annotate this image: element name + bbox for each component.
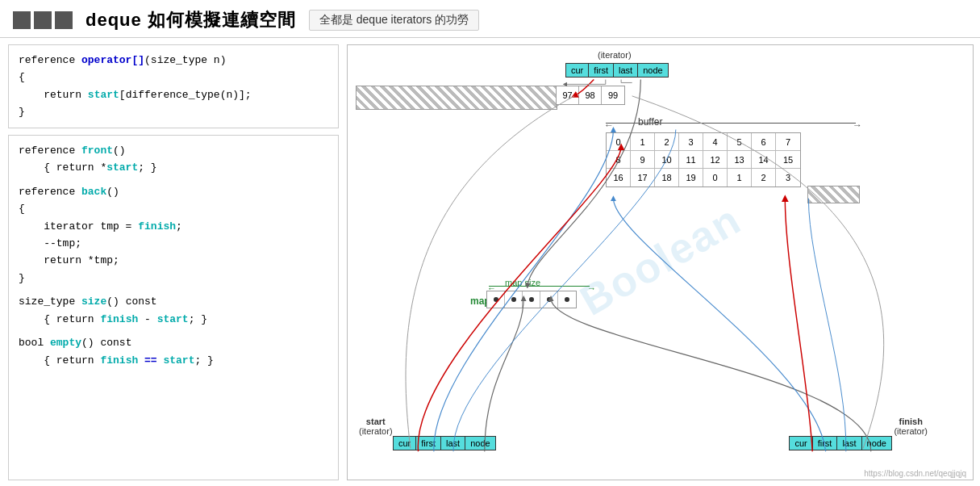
diagram-svg (348, 45, 973, 480)
hatch-strip-row3 (807, 186, 860, 203)
finish-cell-last: last (837, 437, 861, 450)
map-cell-2 (505, 291, 523, 308)
buf-6: 6 (752, 133, 776, 151)
buf-row-3: 16 17 18 19 0 1 2 3 (607, 169, 800, 186)
code-line: reference operator[](size_type n) (19, 52, 328, 69)
code-line: { return finish == start; } (19, 352, 328, 369)
main-content: reference operator[](size_type n) { retu… (0, 38, 980, 486)
code-line: { return *start; } (19, 159, 328, 176)
iter-cell-node: node (638, 64, 667, 77)
code-block-1: reference operator[](size_type n) { retu… (8, 44, 339, 128)
header-badge: 全都是 deque iterators 的功勞 (309, 10, 479, 31)
buf-20: 0 (703, 169, 728, 186)
code-line: } (19, 270, 328, 287)
kw-empty: empty (50, 337, 81, 349)
start-cell-last: last (441, 437, 465, 450)
code-line: return *tmp; (19, 252, 328, 269)
buf-23: 3 (776, 169, 800, 186)
num-row: 97 98 99 (556, 86, 625, 105)
kw-front: front (81, 145, 113, 157)
buf-11: 11 (679, 151, 703, 169)
buffer-grid: 0 1 2 3 4 5 6 7 8 9 10 11 12 13 14 15 16 (606, 132, 801, 187)
icon-sq-2 (34, 11, 52, 29)
code-line: bool empty() const (19, 334, 328, 351)
buffer-right-arrow: → (853, 119, 862, 131)
map-size-right-arrow: → (587, 283, 596, 293)
finish-iter-text: (iterator) (894, 426, 928, 436)
code-line: } (19, 103, 328, 120)
buf-row-2: 8 9 10 11 12 13 14 15 (607, 151, 800, 169)
kw-finish1: finish (138, 220, 176, 233)
kw-start4: start (163, 354, 194, 367)
start-text: start (359, 417, 393, 426)
code-line: iterator tmp = finish; (19, 218, 328, 235)
finish-cell-first: first (813, 437, 838, 450)
buf-13: 13 (728, 151, 752, 169)
finish-text: finish (894, 417, 928, 426)
buf-9: 9 (631, 151, 655, 169)
buffer-left-arrow: ← (604, 119, 614, 131)
buf-0: 0 (607, 133, 631, 151)
buf-12: 12 (703, 151, 728, 169)
diagram-panel: Boolean (iterator) cur first last node 9… (347, 44, 974, 480)
map-size-arrow (489, 286, 590, 287)
code-line: --tmp; (19, 235, 328, 252)
kw-start3: start (157, 313, 189, 325)
buf-8: 8 (607, 151, 631, 169)
buffer-arrow-line (606, 123, 856, 124)
buf-1: 1 (631, 133, 655, 151)
start-cell-cur: cur (394, 437, 416, 450)
finish-label: finish (iterator) (894, 417, 928, 436)
icon-sq-3 (55, 11, 73, 29)
buf-5: 5 (728, 133, 752, 151)
kw-back: back (81, 186, 106, 198)
page-title: deque 如何模擬連續空間 (85, 8, 296, 32)
kw-operator: operator[] (81, 54, 144, 66)
kw-start2: start (106, 161, 138, 174)
map-cell-5 (558, 291, 576, 308)
iter-top-label: (iterator) (598, 50, 632, 60)
buf-2: 2 (655, 133, 679, 151)
map-cell-1 (487, 291, 505, 308)
buf-21: 1 (728, 169, 752, 186)
start-iter-box: cur first last node (393, 436, 496, 450)
kw-start: start (88, 89, 119, 101)
finish-cell-node: node (862, 437, 891, 450)
kw-finish2: finish (100, 313, 138, 325)
map-cell-3 (523, 291, 540, 308)
buf-16: 16 (607, 169, 631, 186)
buf-19: 19 (679, 169, 703, 186)
iter-cell-first: first (589, 64, 614, 77)
code-line: reference front() (19, 142, 328, 159)
buf-14: 14 (752, 151, 776, 169)
finish-cell-cur: cur (790, 437, 812, 450)
code-line: { (19, 69, 328, 86)
buf-row-1: 0 1 2 3 4 5 6 7 (607, 133, 800, 151)
finish-iter-box: cur first last node (789, 436, 892, 450)
code-panel: reference operator[](size_type n) { retu… (0, 38, 347, 486)
iter-cell-cur: cur (566, 64, 589, 77)
buf-15: 15 (776, 151, 800, 169)
kw-eq: == (144, 354, 157, 367)
hatch-strip-top (356, 86, 557, 110)
iter-cell-last: last (614, 64, 638, 77)
icon-sq-1 (13, 11, 31, 29)
num-98: 98 (579, 86, 602, 104)
buf-4: 4 (703, 133, 728, 151)
kw-size: size (81, 295, 106, 308)
code-line: size_type size() const (19, 293, 328, 310)
header: deque 如何模擬連續空間 全都是 deque iterators 的功勞 (0, 0, 980, 38)
buf-3: 3 (679, 133, 703, 151)
start-iter-text: (iterator) (359, 426, 393, 436)
num-97: 97 (557, 86, 579, 104)
buf-10: 10 (655, 151, 679, 169)
buffer-label: buffer (638, 116, 662, 128)
kw-finish3: finish (100, 354, 138, 367)
buf-22: 2 (752, 169, 776, 186)
code-line: reference back() (19, 183, 328, 200)
iter-top-box: cur first last node (565, 63, 669, 78)
code-line: return start[difference_type(n)]; (19, 86, 328, 103)
start-cell-first: first (416, 437, 441, 450)
map-box (486, 291, 577, 308)
watermark: Boolean (572, 195, 749, 325)
